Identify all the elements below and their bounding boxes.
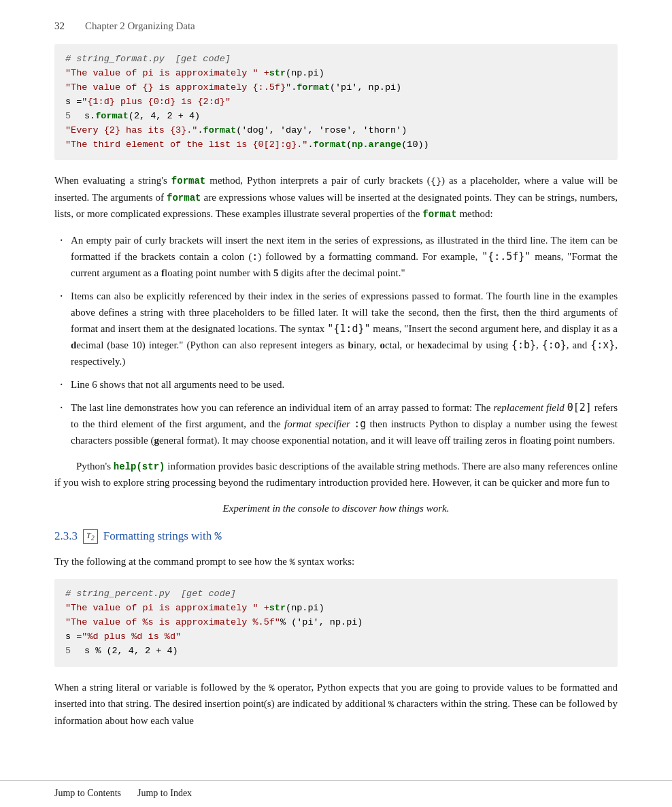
code-filename-2: # string_percent.py bbox=[65, 587, 170, 602]
section-number: 2.3.3 bbox=[54, 529, 78, 543]
chapter-label: Chapter 2 Organizing Data bbox=[85, 20, 195, 32]
page-number: 32 bbox=[54, 20, 65, 32]
code2-line-1: "The value of pi is approximately " + st… bbox=[65, 602, 607, 616]
section-heading-233: 2.3.3 T2 Formatting strings with % bbox=[54, 529, 618, 543]
code-block-1: # string_format.py [get code] "The value… bbox=[54, 44, 618, 160]
code2-line-4: 5 s % (2, 4, 2 + 4) bbox=[65, 644, 607, 659]
get-code-link-2[interactable]: [get code] bbox=[181, 587, 236, 602]
code-line-3: s = "{1:d} plus {0:d} is {2:d}" bbox=[65, 95, 607, 110]
italic-quote: Experiment in the console to discover ho… bbox=[54, 503, 618, 514]
bullet-item-1: An empty pair of curly brackets will ins… bbox=[54, 232, 618, 281]
help-str-keyword: help(str) bbox=[114, 461, 165, 472]
format-keyword-3: format bbox=[422, 209, 456, 220]
bullet-item-2: Items can also be explicitly referenced … bbox=[54, 288, 618, 369]
format-keyword-2: format bbox=[167, 193, 201, 203]
jump-to-contents-link[interactable]: Jump to Contents bbox=[54, 788, 121, 800]
get-code-link-1[interactable]: [get code] bbox=[175, 52, 231, 67]
code-line-6: "The third element of the list is {0[2]:… bbox=[65, 138, 607, 152]
code-header-line-2: # string_percent.py [get code] bbox=[65, 587, 607, 602]
code-line-4: 5 s.format(2, 4, 2 + 4) bbox=[65, 110, 607, 124]
page-header: 32 Chapter 2 Organizing Data bbox=[54, 20, 618, 32]
format-keyword-5: format bbox=[71, 323, 98, 334]
jump-to-index-link[interactable]: Jump to Index bbox=[137, 788, 192, 800]
paragraph-1: When evaluating a string's format method… bbox=[54, 172, 618, 222]
paragraph-3: Try the following at the command prompt … bbox=[54, 553, 618, 570]
footer-nav: Jump to Contents Jump to Index bbox=[0, 780, 672, 807]
format-keyword-1: format bbox=[171, 176, 205, 186]
bullet-item-3: Line 6 shows that not all arguments need… bbox=[54, 376, 618, 393]
code-filename: # string_format.py bbox=[65, 52, 165, 67]
code-line-2: "The value of {} is approximately {:.5f}… bbox=[65, 81, 607, 95]
section-title: Formatting strings with % bbox=[103, 529, 222, 543]
format-keyword-4: format bbox=[454, 291, 481, 301]
paragraph-2: Python's help(str) information provides … bbox=[54, 458, 618, 491]
format-keyword-6: format bbox=[442, 402, 469, 413]
code2-line-3: s = "%d plus %d is %d" bbox=[65, 630, 607, 644]
code-line-1: "The value of pi is approximately " + st… bbox=[65, 67, 607, 81]
code-block-2: # string_percent.py [get code] "The valu… bbox=[54, 579, 618, 667]
bullet-item-4: The last line demonstrates how you can r… bbox=[54, 399, 618, 448]
code2-line-2: "The value of %s is approximately %.5f" … bbox=[65, 616, 607, 630]
paragraph-4: When a string literal or variable is fol… bbox=[54, 679, 618, 729]
t2-badge: T2 bbox=[83, 529, 98, 543]
code-header-line: # string_format.py [get code] bbox=[65, 52, 607, 67]
code-line-5: "Every {2} has its {3}.".format('dog', '… bbox=[65, 124, 607, 138]
bullet-list: An empty pair of curly brackets will ins… bbox=[54, 232, 618, 448]
